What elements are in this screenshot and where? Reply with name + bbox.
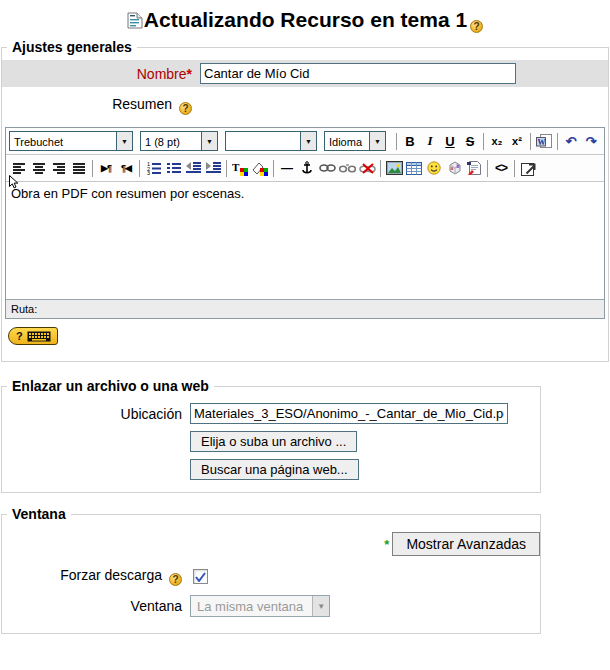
chevron-down-icon[interactable]: ▼ (300, 132, 316, 150)
window-legend: Ventana (7, 506, 71, 522)
editor-path-label: Ruta: (11, 303, 37, 315)
name-input[interactable] (200, 63, 516, 84)
search-web-button[interactable]: Buscar una página web... (190, 459, 359, 480)
html-editor: Trebuchet ▼ 1 (8 pt) ▼ ▼ Idioma ▼ B I U … (5, 127, 605, 319)
toolbar-separator (514, 160, 515, 177)
force-download-checkbox[interactable] (193, 569, 208, 584)
direction-ltr-button[interactable]: ▶¶ (96, 158, 116, 178)
font-select-value: Trebuchet (10, 132, 116, 150)
chevron-down-icon[interactable]: ▼ (116, 132, 132, 150)
clean-word-html-button[interactable]: W (534, 131, 554, 151)
font-color-button[interactable]: T (230, 158, 250, 178)
format-select[interactable]: ▼ (225, 131, 317, 151)
insert-image-button[interactable] (384, 158, 404, 178)
name-label-cell: Nombre* (2, 66, 200, 82)
editor-content-area[interactable]: Obra en PDF con resumen por escenas. (6, 182, 604, 299)
insert-smiley-button[interactable] (424, 158, 444, 178)
fontsize-select-value: 1 (8 pt) (141, 132, 201, 150)
outdent-button[interactable] (183, 158, 203, 178)
align-justify-icon (73, 163, 86, 174)
anchor-icon (301, 161, 313, 175)
toolbar-separator (139, 160, 140, 177)
undo-button[interactable]: ↶ (561, 131, 581, 151)
toolbar-separator (487, 160, 488, 177)
window-select-row: Ventana La misma ventana ▼ (2, 590, 540, 619)
force-download-label-cell: Forzar descarga ? (2, 567, 190, 586)
window-label-cell: Ventana (2, 598, 190, 614)
chevron-down-icon[interactable]: ▼ (369, 132, 385, 150)
toolbar-separator (530, 133, 531, 150)
summary-help-icon[interactable]: ? (179, 102, 192, 115)
special-character-icon: ab (447, 161, 462, 175)
search-replace-icon (467, 161, 481, 175)
outdent-icon (186, 162, 201, 174)
location-input[interactable] (190, 403, 508, 424)
show-advanced-button[interactable]: Mostrar Avanzadas (392, 532, 540, 556)
bold-button[interactable]: B (400, 131, 420, 151)
link-icon (319, 163, 336, 173)
required-marker: * (187, 66, 192, 82)
keyboard-help-button[interactable]: ? (8, 327, 58, 345)
underline-button[interactable]: U (440, 131, 460, 151)
unlink-button[interactable] (337, 158, 357, 178)
insert-character-button[interactable]: ab (444, 158, 464, 178)
font-color-icon: T (232, 161, 248, 176)
force-download-label: Forzar descarga (60, 567, 162, 583)
clean-word-icon: W (536, 134, 552, 149)
highlight-color-button[interactable] (250, 158, 270, 178)
force-download-row: Forzar descarga ? (2, 560, 540, 590)
enlarge-editor-button[interactable] (518, 158, 538, 178)
toolbar-separator (226, 160, 227, 177)
superscript-button[interactable]: x² (507, 131, 527, 151)
enlarge-editor-icon (521, 161, 536, 176)
align-justify-button[interactable] (69, 158, 89, 178)
highlight-color-icon (252, 161, 268, 176)
bullet-list-icon (166, 162, 181, 174)
search-replace-button[interactable] (464, 158, 484, 178)
ordered-list-button[interactable]: 123 (143, 158, 163, 178)
toolbar-separator (396, 133, 397, 150)
toolbar-separator (380, 160, 381, 177)
italic-button[interactable]: I (420, 131, 440, 151)
language-select-value: Idioma (325, 132, 369, 150)
page-header: Actualizando Recurso en tema 1? (0, 0, 610, 39)
font-select[interactable]: Trebuchet ▼ (9, 131, 133, 151)
summary-label-cell: Resumen ? (2, 96, 200, 115)
prevent-autolink-button[interactable] (357, 158, 377, 178)
anchor-button[interactable] (297, 158, 317, 178)
strikethrough-button[interactable]: S (460, 131, 480, 151)
align-left-icon (13, 163, 26, 174)
window-section: Ventana * Mostrar Avanzadas Forzar desca… (1, 506, 541, 634)
force-download-help-icon[interactable]: ? (169, 573, 182, 586)
general-settings-legend: Ajustes generales (7, 39, 137, 55)
fontsize-select[interactable]: 1 (8 pt) ▼ (140, 131, 218, 151)
page-title: Actualizando Recurso en tema 1 (144, 8, 467, 31)
insert-link-button[interactable] (317, 158, 337, 178)
align-right-button[interactable] (49, 158, 69, 178)
summary-row: Resumen ? (2, 87, 608, 127)
chevron-down-icon[interactable]: ▼ (201, 132, 217, 150)
language-select[interactable]: Idioma ▼ (324, 131, 386, 151)
horizontal-rule-button[interactable]: — (277, 158, 297, 178)
location-row: Ubicación (2, 403, 540, 424)
editor-path-bar: Ruta: (6, 299, 604, 318)
location-label: Ubicación (121, 406, 182, 422)
direction-rtl-button[interactable]: ¶◀ (116, 158, 136, 178)
table-icon (406, 162, 422, 175)
subscript-button[interactable]: x₂ (487, 131, 507, 151)
choose-file-button[interactable]: Elija o suba un archivo ... (190, 431, 357, 452)
align-center-icon (33, 163, 46, 174)
indent-button[interactable] (203, 158, 223, 178)
redo-button[interactable]: ↷ (581, 131, 601, 151)
align-center-button[interactable] (29, 158, 49, 178)
summary-label: Resumen (112, 96, 172, 112)
insert-table-button[interactable] (404, 158, 424, 178)
chevron-down-icon: ▼ (312, 596, 329, 616)
svg-text:T: T (232, 161, 240, 173)
window-label: Ventana (131, 598, 182, 614)
format-select-value (226, 132, 300, 150)
title-help-icon[interactable]: ? (470, 20, 483, 33)
no-link-icon (359, 163, 376, 174)
bullet-list-button[interactable] (163, 158, 183, 178)
html-source-button[interactable]: <> (491, 158, 511, 178)
